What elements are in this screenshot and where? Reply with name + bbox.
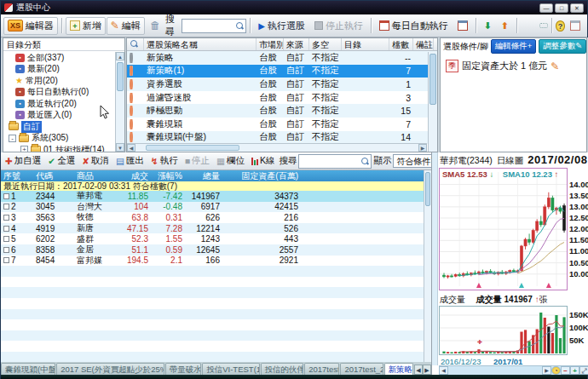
strategy-row[interactable]: 囊錐現穎(中盤)台股自訂不指定14: [127, 131, 437, 145]
row-checkbox[interactable]: [3, 247, 9, 253]
select-all-button[interactable]: ✔全選: [45, 154, 78, 168]
row-checkbox[interactable]: [3, 215, 9, 221]
strategy-tab[interactable]: 2017test_2: [340, 363, 383, 375]
strategy-radio-icon[interactable]: [130, 93, 133, 103]
kline-button[interactable]: K線: [249, 154, 278, 168]
daily-auto-run-button[interactable]: 每日自動執行: [375, 17, 453, 35]
adjust-params-button[interactable]: 調整參數✎: [539, 39, 586, 54]
radio-cell[interactable]: [127, 66, 144, 76]
row-select-cell[interactable]: 4: [1, 224, 33, 233]
row-checkbox[interactable]: [3, 204, 9, 210]
cancel-select-button[interactable]: ✘取消: [79, 154, 112, 168]
row-select-cell[interactable]: 5: [1, 234, 33, 244]
radio-cell[interactable]: [127, 79, 144, 89]
scroll-down-icon[interactable]: ▼: [116, 143, 124, 152]
xs-editor-button[interactable]: XS 編輯器: [3, 17, 58, 35]
strategy-column-header[interactable]: 來源: [284, 38, 309, 50]
row-select-cell[interactable]: 7: [1, 256, 33, 265]
results-column-header[interactable]: 固定資產(百萬): [222, 170, 301, 181]
tree-item[interactable]: ▪最近匯入(0): [3, 110, 114, 122]
strategy-row[interactable]: 靜極思動台股自訂不指定15: [127, 104, 437, 118]
search-icon[interactable]: [235, 21, 244, 30]
radio-cell[interactable]: [127, 132, 144, 142]
result-row[interactable]: 78454富邦媒194.52.11662921: [1, 256, 431, 267]
minimize-button[interactable]: —: [539, 3, 553, 13]
columns-button[interactable]: ▦欄位: [214, 154, 247, 168]
strategy-tab[interactable]: 囊錐現穎(中盤): [1, 363, 55, 375]
chart-clock-button[interactable]: ◔: [551, 366, 561, 375]
stop-results-button[interactable]: ■停止: [182, 154, 212, 168]
result-row[interactable]: 12344華邦電11.85-7.4214196734373: [1, 191, 431, 202]
tree-scrollbar[interactable]: ▲ ▼: [115, 52, 124, 152]
strategy-radio-icon[interactable]: [130, 79, 133, 89]
row-select-cell[interactable]: 1: [1, 192, 33, 201]
results-column-header[interactable]: 成交: [117, 170, 151, 181]
row-select-cell[interactable]: 6: [1, 245, 33, 255]
strategy-vscrollbar[interactable]: [428, 52, 437, 152]
tree-item[interactable]: ▪每日自動執行(0): [3, 87, 114, 99]
import-button[interactable]: ⬇: [480, 18, 496, 34]
scroll-right-icon[interactable]: ▶: [542, 366, 551, 375]
row-select-cell[interactable]: 2: [1, 202, 33, 211]
scroll-thumb[interactable]: [146, 145, 239, 151]
strategy-row[interactable]: 資券選股台股自訂不指定1: [127, 78, 437, 91]
tree-item[interactable]: ▪最新(20): [3, 64, 114, 76]
strategy-column-header[interactable]: 選股策略名稱: [144, 38, 257, 50]
scroll-thumb[interactable]: [429, 54, 436, 105]
new-strategy-button[interactable]: + 新增: [66, 17, 106, 35]
edit-strategy-button[interactable]: ✎ 編輯: [107, 17, 145, 35]
strategy-column-header[interactable]: 備註 ▲: [413, 38, 434, 50]
strategy-row[interactable]: 過濾昏迷股台股自訂不指定3: [127, 91, 437, 105]
scroll-thumb[interactable]: [425, 172, 430, 206]
export-button[interactable]: ⬆: [497, 18, 513, 34]
radio-cell[interactable]: [127, 53, 144, 63]
strategy-radio-icon[interactable]: [130, 106, 133, 116]
tree-item[interactable]: -系統(305): [3, 133, 114, 145]
radio-cell[interactable]: [127, 106, 144, 116]
results-column-header[interactable]: 漲幅%: [151, 170, 185, 181]
strategy-column-header[interactable]: 檔數: [389, 38, 413, 50]
scroll-left-icon[interactable]: ◀: [439, 366, 448, 375]
scroll-thumb[interactable]: [117, 62, 124, 91]
strategy-radio-icon[interactable]: [130, 66, 133, 76]
result-row[interactable]: 33563牧德63.80.31626216: [1, 212, 431, 223]
strategy-column-header[interactable]: 目錄: [342, 38, 389, 50]
edit-condition-pencil-icon[interactable]: ✎: [551, 60, 559, 72]
font-small-button[interactable]: [539, 23, 548, 28]
edit-condition-button[interactable]: 編輯條件+: [491, 39, 537, 54]
scroll-right-icon[interactable]: ▶: [418, 144, 427, 152]
price-chart[interactable]: SMA5 12.53 ↓ SMA10 12.23 ↑: [439, 168, 568, 290]
run-results-button[interactable]: ↯執行: [148, 154, 181, 168]
font-large-button[interactable]: [521, 23, 529, 28]
delete-button[interactable]: 🗑: [146, 17, 164, 34]
search-icon[interactable]: [360, 157, 369, 165]
strategy-row[interactable]: 囊錐現穎台股自訂不指定7: [127, 118, 437, 131]
scroll-left-icon[interactable]: ◀: [127, 144, 135, 152]
settings-button[interactable]: [566, 18, 585, 33]
results-column-header[interactable]: 總量: [185, 170, 222, 181]
maximize-button[interactable]: □: [555, 3, 568, 13]
strategy-tab[interactable]: 帶量破水: [165, 363, 202, 375]
tab-scroll-left-icon[interactable]: ◀: [414, 365, 423, 375]
help-button[interactable]: ?: [556, 20, 565, 32]
results-search-input[interactable]: [301, 156, 360, 167]
tree-expander-icon[interactable]: -: [9, 135, 16, 142]
strategy-tab[interactable]: 2017 SE(外資買超點少於25%)...: [56, 363, 164, 375]
radio-cell[interactable]: [127, 93, 144, 103]
tree-expander-icon[interactable]: +: [20, 146, 28, 152]
zoom-in-button[interactable]: +: [570, 366, 579, 375]
strategy-column-header[interactable]: 多空: [309, 38, 342, 50]
volume-chart[interactable]: ✚: [439, 306, 568, 355]
row-checkbox[interactable]: [3, 193, 9, 199]
radio-cell[interactable]: [127, 119, 144, 129]
strategy-tab[interactable]: 投信VI-TEST(1): [202, 363, 259, 375]
zoom-out-button[interactable]: −: [561, 366, 570, 375]
tree-item[interactable]: 自訂: [3, 121, 114, 133]
tree-item[interactable]: ▪全部(337): [3, 52, 114, 64]
results-vscrollbar[interactable]: [424, 170, 431, 362]
schedule-settings-button[interactable]: [453, 18, 472, 33]
result-row[interactable]: 68358金居51.10.59126452557: [1, 244, 431, 256]
row-checkbox[interactable]: [3, 257, 9, 263]
results-column-header[interactable]: 代碼: [33, 170, 74, 181]
strategy-hscrollbar[interactable]: ◀ ▶: [127, 143, 427, 152]
